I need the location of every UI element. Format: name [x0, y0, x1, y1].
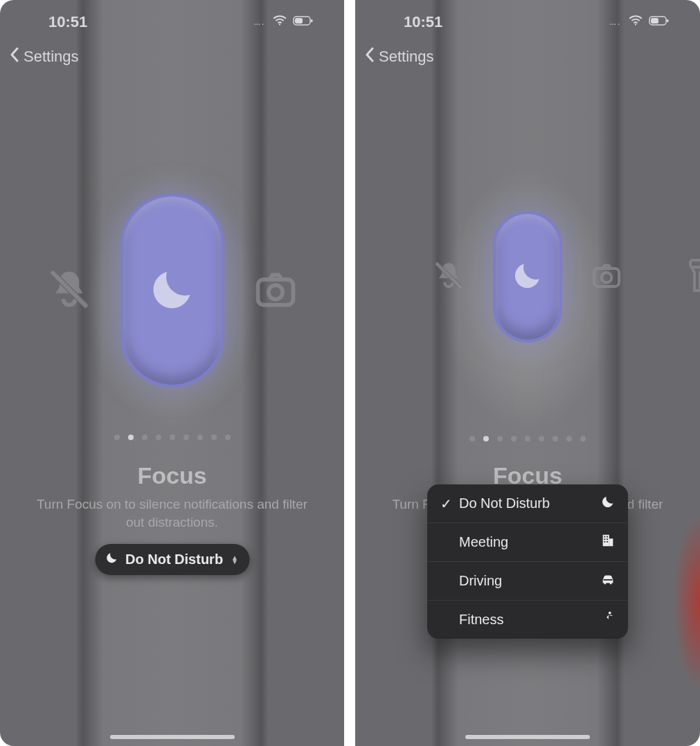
- updown-icon: ▲▼: [231, 556, 238, 564]
- home-indicator[interactable]: [465, 735, 590, 739]
- page-dot[interactable]: [483, 436, 489, 442]
- battery-icon: [649, 13, 670, 31]
- focus-menu: ✓Do Not DisturbMeetingDrivingFitness: [427, 484, 628, 639]
- menu-item-label: Driving: [459, 573, 502, 589]
- page-dot[interactable]: [525, 436, 530, 442]
- runner-icon: [600, 610, 616, 629]
- control-row: [0, 194, 344, 388]
- svg-point-8: [635, 24, 636, 25]
- menu-item-car[interactable]: Driving: [427, 562, 628, 601]
- menu-item-runner[interactable]: Fitness: [427, 601, 628, 639]
- page-dot[interactable]: [114, 435, 120, 440]
- page-dot[interactable]: [156, 435, 161, 440]
- menu-item-label: Meeting: [459, 534, 508, 550]
- menu-item-label: Fitness: [459, 612, 503, 628]
- page-dot[interactable]: [580, 436, 586, 442]
- flashlight-icon: [681, 256, 700, 300]
- page-dot[interactable]: [469, 436, 475, 442]
- menu-item-moon[interactable]: ✓Do Not Disturb: [427, 484, 628, 523]
- svg-rect-17: [603, 535, 609, 547]
- svg-rect-11: [667, 19, 669, 22]
- svg-point-0: [279, 24, 280, 25]
- page-dot[interactable]: [225, 435, 231, 440]
- focus-pill[interactable]: [120, 194, 224, 388]
- page-description: Turn Focus on to silence notifications a…: [26, 495, 318, 531]
- status-time: 10:51: [48, 13, 87, 31]
- page-dot[interactable]: [142, 435, 147, 440]
- svg-rect-23: [604, 541, 606, 543]
- svg-rect-3: [311, 19, 313, 22]
- svg-point-28: [609, 612, 611, 615]
- page-dot[interactable]: [170, 435, 175, 440]
- svg-rect-22: [607, 538, 608, 540]
- svg-point-25: [604, 582, 606, 584]
- svg-point-7: [268, 285, 282, 299]
- page-dots: [0, 435, 344, 440]
- svg-rect-16: [690, 260, 700, 267]
- status-bar: 10:51 ….: [355, 12, 700, 32]
- status-time: 10:51: [404, 13, 442, 31]
- check-icon: ✓: [440, 495, 452, 512]
- chevron-left-icon: [365, 47, 375, 66]
- screenshot-right: 10:51 …. Settings: [355, 0, 700, 746]
- cell-dots: ….: [609, 19, 621, 26]
- selector-label: Do Not Disturb: [125, 552, 223, 567]
- page-dot[interactable]: [511, 436, 517, 442]
- focus-pill[interactable]: [493, 211, 562, 343]
- page-dot[interactable]: [197, 435, 203, 440]
- red-glow: [672, 512, 700, 692]
- screenshot-divider: [344, 0, 355, 746]
- back-button[interactable]: Settings: [365, 47, 434, 66]
- camera-icon: [252, 266, 299, 316]
- car-icon: [600, 572, 616, 590]
- page-dot[interactable]: [497, 436, 503, 442]
- chevron-left-icon: [10, 47, 19, 66]
- page-dot[interactable]: [566, 436, 572, 442]
- svg-rect-10: [651, 18, 658, 24]
- silent-icon: [46, 266, 93, 316]
- cell-dots: ….: [253, 19, 265, 26]
- page-dot[interactable]: [539, 436, 544, 442]
- control-row: [355, 211, 700, 343]
- battery-icon: [293, 13, 314, 31]
- screenshot-left: 10:51 …. Settings Focus: [0, 0, 344, 746]
- focus-mode-selector[interactable]: Do Not Disturb ▲▼: [95, 544, 249, 575]
- page-dot[interactable]: [553, 436, 558, 442]
- moon-icon: [510, 258, 545, 295]
- status-bar: 10:51 ….: [0, 12, 344, 32]
- svg-rect-19: [604, 536, 606, 538]
- svg-rect-2: [295, 18, 303, 24]
- page-dot[interactable]: [128, 435, 134, 440]
- menu-item-building[interactable]: Meeting: [427, 523, 628, 562]
- svg-rect-27: [604, 579, 613, 581]
- back-label: Settings: [379, 48, 434, 66]
- svg-rect-20: [607, 536, 608, 538]
- svg-rect-24: [607, 541, 608, 543]
- svg-point-26: [610, 582, 612, 584]
- svg-point-15: [602, 273, 611, 282]
- camera-icon: [590, 259, 623, 295]
- svg-rect-18: [609, 538, 613, 546]
- page-title: Focus: [0, 462, 344, 489]
- page-dot[interactable]: [183, 435, 189, 440]
- home-indicator[interactable]: [110, 735, 235, 739]
- wifi-icon: [628, 12, 643, 32]
- wifi-icon: [272, 12, 287, 32]
- building-icon: [600, 533, 616, 552]
- moon-icon: [105, 551, 118, 568]
- page-dot[interactable]: [211, 435, 217, 440]
- menu-item-label: Do Not Disturb: [459, 495, 550, 511]
- moon-icon: [600, 494, 616, 513]
- moon-icon: [146, 263, 199, 318]
- back-button[interactable]: Settings: [10, 47, 79, 66]
- back-label: Settings: [24, 48, 79, 66]
- page-dots: [355, 436, 700, 442]
- silent-icon: [432, 259, 465, 295]
- svg-rect-21: [604, 538, 606, 540]
